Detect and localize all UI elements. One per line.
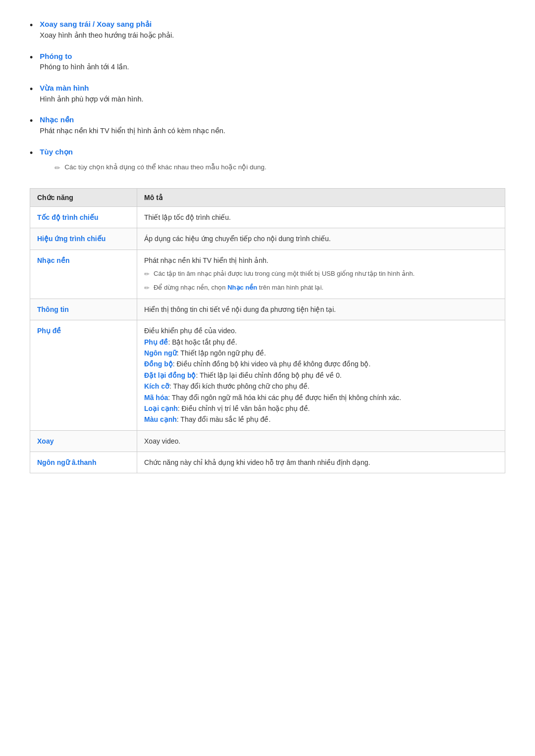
- bullet-content-xoay: Xoay sang trái / Xoay sang phải Xoay hìn…: [40, 20, 174, 41]
- desc-hieu-ung: Áp dụng các hiệu ứng chuyển tiếp cho nội…: [137, 228, 505, 250]
- nhac-nen-note-2: ✏ Để dừng nhạc nền, chọn Nhạc nền trên m…: [144, 283, 498, 294]
- phu-de-line7: Mã hóa: Thay đổi ngôn ngữ mã hóa khi các…: [144, 394, 401, 402]
- table-row: Xoay Xoay video.: [30, 430, 505, 452]
- sub-note-tuy-chon: ✏ Các tùy chọn khả dụng có thể khác nhau…: [54, 162, 266, 173]
- bullet-title-phong-to: Phóng to: [40, 52, 129, 60]
- phu-de-line3: Ngôn ngữ: Thiết lập ngôn ngữ phụ đề.: [144, 349, 266, 357]
- bullet-desc-nhac-nen: Phát nhạc nền khi TV hiển thị hình ảnh c…: [40, 126, 225, 137]
- phu-de-line5: Đặt lại đồng bộ: Thiết lập lại điều chỉn…: [144, 371, 342, 379]
- desc-thong-tin: Hiển thị thông tin chi tiết về nội dung …: [137, 299, 505, 320]
- bullet-title-nhac-nen: Nhạc nền: [40, 115, 225, 124]
- table-header-row: Chức năng Mô tả: [30, 189, 505, 207]
- desc-phu-de: Điều khiển phụ đề của video. Phụ đề: Bật…: [137, 320, 505, 431]
- hl-ma-hoa: Mã hóa: [144, 394, 168, 402]
- desc-xoay-table: Xoay video.: [137, 430, 505, 452]
- hl-dong-bo: Đồng bộ: [144, 360, 173, 368]
- table-row: Ngôn ngữ â.thanh Chức năng này chỉ khả d…: [30, 452, 505, 473]
- pencil-icon: ✏: [144, 269, 150, 280]
- table-row: Thông tin Hiển thị thông tin chi tiết về…: [30, 299, 505, 320]
- hl-mau-canh: Màu cạnh: [144, 415, 177, 423]
- bullet-title-xoay: Xoay sang trái / Xoay sang phải: [40, 20, 174, 29]
- feature-toc-do: Tốc độ trình chiếu: [30, 207, 137, 228]
- bullet-dot: •: [30, 148, 33, 158]
- bullet-dot: •: [30, 52, 33, 63]
- bullet-title-vua-man-hinh: Vừa màn hình: [40, 84, 143, 93]
- bullet-desc-vua-man-hinh: Hình ảnh phù hợp với màn hình.: [40, 94, 143, 105]
- list-item-xoay: • Xoay sang trái / Xoay sang phải Xoay h…: [30, 20, 505, 41]
- table-row: Tốc độ trình chiếu Thiết lập tốc độ trìn…: [30, 207, 505, 228]
- bullet-content-nhac-nen: Nhạc nền Phát nhạc nền khi TV hiển thị h…: [40, 115, 225, 137]
- desc-ngon-ngu-am-thanh: Chức năng này chỉ khả dụng khi video hỗ …: [137, 452, 505, 473]
- phu-de-line4: Đồng bộ: Điều chỉnh đồng bộ khi video và…: [144, 360, 371, 368]
- feature-ngon-ngu-am-thanh: Ngôn ngữ â.thanh: [30, 452, 137, 473]
- sub-note-text: Các tùy chọn khả dụng có thể khác nhau t…: [64, 162, 266, 172]
- phu-de-line2: Phụ đề: Bật hoặc tắt phụ đề.: [144, 338, 237, 346]
- list-item-tuy-chon: • Tùy chọn ✏ Các tùy chọn khả dụng có th…: [30, 148, 505, 177]
- hl-ngon-ngu: Ngôn ngữ: [144, 349, 177, 357]
- nhac-nen-note-1-text: Các tập tin âm nhạc phải được lưu trong …: [154, 269, 415, 279]
- list-item-vua-man-hinh: • Vừa màn hình Hình ảnh phù hợp với màn …: [30, 84, 505, 105]
- feature-xoay-table: Xoay: [30, 430, 137, 452]
- nhac-nen-note-2-text: Để dừng nhạc nền, chọn Nhạc nền trên màn…: [154, 283, 323, 293]
- feature-nhac-nen-table: Nhạc nền: [30, 250, 137, 299]
- bullet-content-vua-man-hinh: Vừa màn hình Hình ảnh phù hợp với màn hì…: [40, 84, 143, 105]
- col-header-mota: Mô tả: [137, 189, 505, 207]
- phu-de-line1: Điều khiển phụ đề của video.: [144, 327, 237, 335]
- hl-phu-de: Phụ đề: [144, 338, 168, 346]
- table-row: Phụ đề Điều khiển phụ đề của video. Phụ …: [30, 320, 505, 431]
- bullet-content-tuy-chon: Tùy chọn ✏ Các tùy chọn khả dụng có thể …: [40, 148, 266, 177]
- phu-de-line8: Loại cạnh: Điều chỉnh vị trí lề văn bản …: [144, 404, 310, 412]
- bullet-dot: •: [30, 116, 33, 126]
- highlight-nhac-nen: Nhạc nền: [227, 284, 257, 291]
- col-header-chucnang: Chức năng: [30, 189, 137, 207]
- bullet-desc-xoay: Xoay hình ảnh theo hướng trái hoặc phải.: [40, 30, 174, 41]
- list-item-phong-to: • Phóng to Phóng to hình ảnh tới 4 lần.: [30, 52, 505, 73]
- hl-kich-co: Kích cỡ: [144, 382, 169, 390]
- hl-dat-lai-dong-bo: Đặt lại đồng bộ: [144, 371, 196, 379]
- phu-de-line9: Màu cạnh: Thay đổi màu sắc lề phụ đề.: [144, 415, 270, 423]
- desc-nhac-nen-table: Phát nhạc nền khi TV hiển thị hình ảnh. …: [137, 250, 505, 299]
- bullet-dot: •: [30, 20, 33, 31]
- bullet-title-tuy-chon: Tùy chọn: [40, 148, 266, 156]
- feature-hieu-ung: Hiệu ứng trình chiếu: [30, 228, 137, 250]
- nhac-nen-main-text: Phát nhạc nền khi TV hiển thị hình ảnh.: [144, 256, 268, 264]
- nhac-nen-note-1: ✏ Các tập tin âm nhạc phải được lưu tron…: [144, 269, 498, 280]
- phu-de-line6: Kích cỡ: Thay đổi kích thước phông chữ c…: [144, 382, 310, 390]
- features-table: Chức năng Mô tả Tốc độ trình chiếu Thiết…: [30, 188, 505, 473]
- table-row: Nhạc nền Phát nhạc nền khi TV hiển thị h…: [30, 250, 505, 299]
- list-item-nhac-nen: • Nhạc nền Phát nhạc nền khi TV hiển thị…: [30, 115, 505, 137]
- table-row: Hiệu ứng trình chiếu Áp dụng các hiệu ứn…: [30, 228, 505, 250]
- pencil-icon: ✏: [144, 283, 150, 294]
- bullet-desc-phong-to: Phóng to hình ảnh tới 4 lần.: [40, 62, 129, 73]
- feature-thong-tin: Thông tin: [30, 299, 137, 320]
- hl-loai-canh: Loại cạnh: [144, 404, 178, 412]
- bullet-list: • Xoay sang trái / Xoay sang phải Xoay h…: [30, 20, 505, 177]
- feature-phu-de: Phụ đề: [30, 320, 137, 431]
- desc-toc-do: Thiết lập tốc độ trình chiếu.: [137, 207, 505, 228]
- bullet-dot: •: [30, 84, 33, 95]
- pencil-icon: ✏: [54, 163, 60, 173]
- bullet-content-phong-to: Phóng to Phóng to hình ảnh tới 4 lần.: [40, 52, 129, 73]
